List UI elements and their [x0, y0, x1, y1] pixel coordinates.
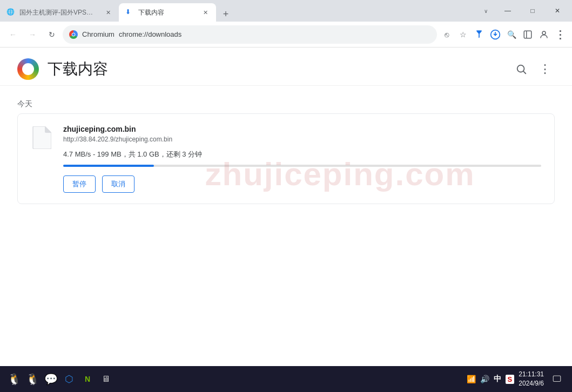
tab-group: 🌐 国外主机测评-国外VPS、国... ✕ ⬇ 下载内容 ✕ + [0, 0, 478, 22]
taskbar-time-label: 21:11:31 [519, 370, 544, 379]
downloads-header: 下载内容 ⋮ [0, 48, 572, 86]
tab-1-close[interactable]: ✕ [104, 8, 112, 17]
download-icon [490, 29, 501, 40]
refresh-button[interactable]: ↻ [43, 26, 60, 43]
taskbar-network-icon[interactable]: 🖥 [98, 371, 113, 387]
taskbar-sys-tray: 📶 🔊 中 S 21:11:31 2024/9/6 [467, 370, 566, 388]
file-svg-icon [32, 126, 51, 149]
search-icon [515, 63, 527, 75]
profile-button[interactable] [536, 27, 551, 42]
download-info: zhujiceping.com.bin http://38.84.202.9/z… [63, 125, 541, 193]
download-list: zhujiceping.com.bin http://38.84.202.9/z… [0, 113, 572, 204]
download-item: zhujiceping.com.bin http://38.84.202.9/z… [17, 113, 555, 204]
downloads-logo-icon [17, 58, 39, 80]
sidebar-icon [523, 30, 533, 39]
date-label: 今天 [17, 99, 32, 108]
svg-point-3 [542, 31, 546, 35]
wifi-icon[interactable]: 📶 [467, 375, 476, 383]
file-url: http://38.84.202.9/zhujiceping.com.bin [63, 136, 541, 143]
bookmark-button[interactable]: ☆ [455, 27, 470, 42]
taskbar: 🐧 🐧 💬 ⬡ N 🖥 📶 🔊 中 S 21:11:31 2024/9/6 [0, 366, 572, 392]
tab-2-close[interactable]: ✕ [201, 8, 210, 17]
toolbar-buttons: ⎋ ☆ 🔍 ⋮ [439, 27, 568, 42]
svg-line-5 [523, 71, 526, 73]
new-tab-button[interactable]: + [218, 6, 233, 22]
page-title: 下载内容 [48, 59, 512, 79]
forward-button[interactable]: → [24, 26, 41, 43]
taskbar-clock: 21:11:31 2024/9/6 [519, 370, 544, 388]
menu-button[interactable]: ⋮ [553, 27, 568, 42]
taskbar-qq2-icon[interactable]: 🐧 [25, 371, 40, 387]
download-actions: 暂停 取消 [63, 175, 541, 193]
taskbar-date-label: 2024/9/6 [519, 379, 544, 388]
window-controls: — □ ✕ [493, 0, 572, 22]
tab-1-title: 国外主机测评-国外VPS、国... [19, 8, 99, 17]
share-button[interactable]: ⎋ [439, 27, 454, 42]
chromium-logo-inner [72, 32, 76, 36]
tab-2-title: 下载内容 [138, 8, 197, 17]
notification-icon [552, 374, 562, 384]
search-button[interactable]: 🔍 [504, 27, 519, 42]
header-actions: ⋮ [512, 59, 555, 79]
taskbar-bluetooth-icon[interactable]: ⬡ [62, 371, 77, 387]
address-bar[interactable]: Chromium chrome://downloads [63, 25, 437, 44]
flask-icon [474, 30, 484, 39]
ime-s-label[interactable]: S [506, 375, 515, 384]
tab-2-favicon: ⬇ [125, 8, 134, 17]
download-status-button[interactable] [488, 27, 503, 42]
chromium-logo-icon [69, 30, 78, 39]
progress-bar-wrap [63, 165, 541, 167]
file-icon [31, 125, 52, 151]
taskbar-wechat-icon[interactable]: 💬 [43, 371, 58, 387]
back-button[interactable]: ← [4, 26, 22, 43]
svg-rect-6 [553, 376, 561, 382]
tab-list-chevron[interactable]: ∨ [478, 3, 493, 18]
svg-rect-1 [524, 31, 531, 38]
taskbar-app-icons: 🐧 🐧 💬 ⬡ N 🖥 [6, 371, 113, 387]
volume-icon[interactable]: 🔊 [480, 375, 489, 383]
downloads-menu-button[interactable]: ⋮ [535, 59, 555, 79]
progress-bar-fill [63, 165, 154, 167]
url-display: chrome://downloads [119, 30, 430, 38]
tab-2[interactable]: ⬇ 下载内容 ✕ [119, 3, 216, 22]
notification-button[interactable] [548, 371, 566, 387]
download-status: 4.7 MB/s - 199 MB，共 1.0 GB，还剩 3 分钟 [63, 150, 541, 159]
downloads-logo-inner [22, 63, 34, 75]
date-section: 今天 [0, 86, 572, 113]
page-content: zhujiceping.com 下载内容 ⋮ 今天 [0, 48, 572, 366]
browser-name-label: Chromium [82, 30, 115, 38]
ime-lang-label[interactable]: 中 [494, 374, 501, 384]
tab-1-favicon: 🌐 [6, 8, 15, 17]
sidebar-button[interactable] [520, 27, 535, 42]
minimize-button[interactable]: — [495, 2, 520, 19]
search-downloads-button[interactable] [512, 59, 531, 79]
taskbar-nvidia-icon[interactable]: N [80, 371, 95, 387]
file-name: zhujiceping.com.bin [63, 125, 541, 133]
pause-button[interactable]: 暂停 [63, 175, 96, 193]
cancel-button[interactable]: 取消 [102, 175, 134, 193]
addressbar: ← → ↻ Chromium chrome://downloads ⎋ ☆ 🔍 [0, 22, 572, 48]
profile-icon [539, 30, 549, 39]
taskbar-qq-icon[interactable]: 🐧 [6, 371, 22, 387]
close-button[interactable]: ✕ [545, 2, 570, 19]
titlebar: 🌐 国外主机测评-国外VPS、国... ✕ ⬇ 下载内容 ✕ + ∨ — □ ✕ [0, 0, 572, 22]
tab-1[interactable]: 🌐 国外主机测评-国外VPS、国... ✕ [0, 3, 119, 22]
maximize-button[interactable]: □ [520, 2, 545, 19]
extension1-button[interactable] [472, 27, 487, 42]
